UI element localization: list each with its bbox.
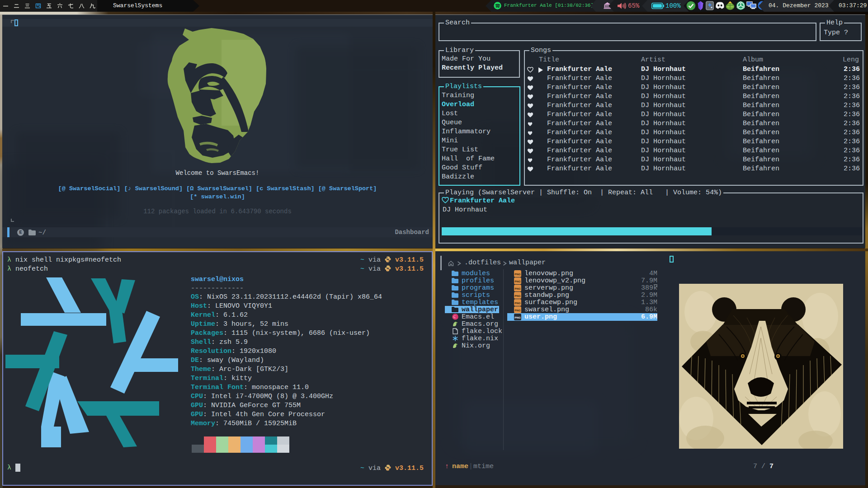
svg-text:PNG: PNG [514,294,521,297]
svg-text:PNG: PNG [514,280,521,283]
svg-text:PNG: PNG [514,287,521,290]
svg-text:PNG: PNG [514,316,521,319]
svg-text:PNG: PNG [514,272,521,276]
svg-text:PNG: PNG [514,301,521,305]
svg-text:PNG: PNG [514,309,521,312]
